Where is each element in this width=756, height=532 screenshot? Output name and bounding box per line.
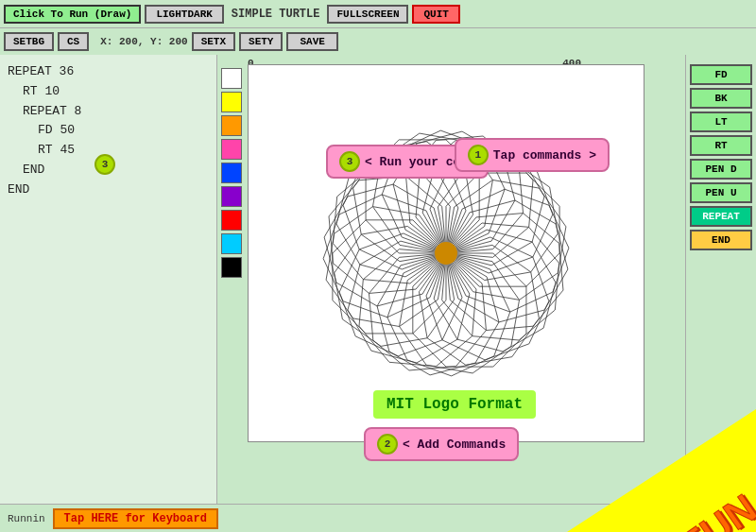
- main-area: REPEAT 36 RT 10 REPEAT 8 FD 50 RT 45 END…: [0, 55, 756, 504]
- color-pink[interactable]: [221, 139, 242, 160]
- run-button[interactable]: Click To Run (Draw): [4, 5, 141, 24]
- badge-2-bubble: 2: [377, 434, 398, 455]
- add-commands-label: < Add Commands: [403, 438, 506, 452]
- code-line-7: END: [8, 180, 209, 200]
- save-button[interactable]: SAVE: [286, 32, 337, 51]
- svg-point-0: [435, 242, 457, 265]
- pend-button[interactable]: PEN D: [690, 159, 752, 180]
- rt-button[interactable]: RT: [690, 135, 752, 156]
- badge-1-bubble: 1: [468, 145, 489, 165]
- code-panel[interactable]: REPEAT 36 RT 10 REPEAT 8 FD 50 RT 45 END…: [0, 55, 217, 504]
- mit-logo-label: MIT Logo Format: [373, 390, 536, 419]
- top-toolbar: Click To Run (Draw) LIGHTDARK SIMPLE TUR…: [0, 0, 756, 28]
- tap-commands-label: Tap commands >: [493, 148, 596, 163]
- penu-button[interactable]: PEN U: [690, 182, 752, 203]
- color-red[interactable]: [221, 210, 242, 231]
- badge-3: 3: [94, 154, 115, 175]
- setx-button[interactable]: SETX: [192, 32, 235, 51]
- repeat-button[interactable]: REPEAT: [690, 206, 752, 227]
- end-button[interactable]: END: [690, 230, 752, 250]
- sety-button[interactable]: SETY: [239, 32, 283, 51]
- code-line-3: REPEAT 8: [23, 102, 209, 122]
- keyboard-button[interactable]: Tap HERE for Keyboard: [53, 508, 218, 529]
- color-yellow[interactable]: [221, 92, 242, 112]
- center-area: 0 400: [217, 55, 685, 504]
- bk-button[interactable]: BK: [690, 88, 752, 109]
- setbg-button[interactable]: SETBG: [4, 32, 54, 51]
- running-label: Runnin: [8, 513, 45, 524]
- coords-label: X: 200, Y: 200: [100, 36, 187, 47]
- code-line-6: END: [23, 161, 209, 180]
- cs-button[interactable]: CS: [58, 32, 89, 51]
- color-orange[interactable]: [221, 115, 242, 136]
- simple-turtle-label: SIMPLE TURTLE: [232, 8, 320, 21]
- code-line-5: RT 45: [38, 141, 209, 161]
- turtle-canvas: // Draw 36 rotated octagons (function() …: [248, 64, 644, 442]
- quit-button[interactable]: QUIT: [412, 5, 459, 24]
- color-cyan[interactable]: [221, 233, 242, 254]
- code-line-1: REPEAT 36: [8, 62, 209, 82]
- color-black[interactable]: [221, 257, 242, 278]
- color-white[interactable]: [221, 68, 242, 89]
- fullscreen-button[interactable]: FULLSCREEN: [327, 5, 408, 24]
- color-blue[interactable]: [221, 163, 242, 183]
- lt-button[interactable]: LT: [690, 112, 752, 132]
- lightdark-button[interactable]: LIGHTDARK: [145, 5, 223, 24]
- color-purple[interactable]: [221, 186, 242, 207]
- code-line-4: FD 50: [38, 121, 209, 141]
- add-commands-bubble[interactable]: 2 < Add Commands: [364, 427, 519, 461]
- badge-3-bubble: 3: [339, 151, 360, 172]
- tap-commands-bubble[interactable]: 1 Tap commands >: [455, 138, 610, 172]
- color-strip: [217, 64, 244, 282]
- code-line-2: RT 10: [23, 82, 209, 102]
- fd-button[interactable]: FD: [690, 64, 752, 85]
- second-toolbar: SETBG CS X: 200, Y: 200 SETX SETY SAVE: [0, 28, 756, 55]
- turtle-drawing: // Draw 36 rotated octagons (function() …: [249, 65, 644, 441]
